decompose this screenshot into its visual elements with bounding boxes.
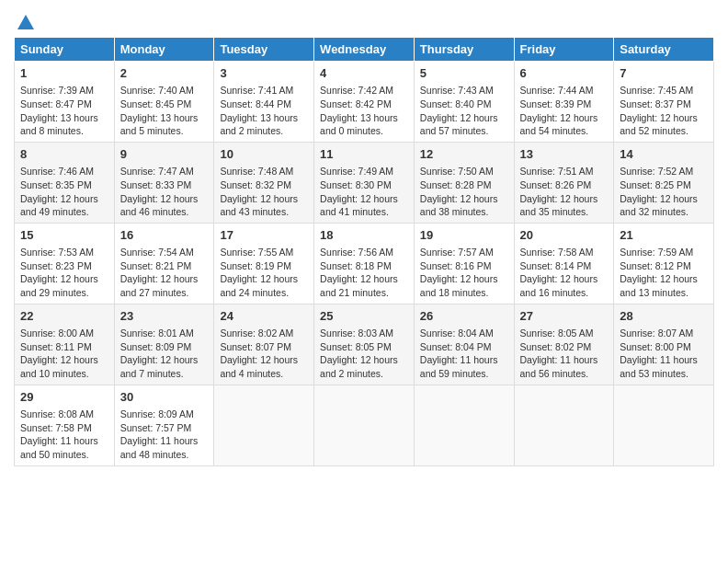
daylight-hours: Daylight: 13 hours and 8 minutes. <box>20 112 98 137</box>
calendar-cell: 29Sunrise: 8:08 AMSunset: 7:58 PMDayligh… <box>15 385 115 465</box>
calendar-cell: 30Sunrise: 8:09 AMSunset: 7:57 PMDayligh… <box>114 385 214 465</box>
sunset-info: Sunset: 8:47 PM <box>20 98 92 109</box>
sunset-info: Sunset: 8:02 PM <box>520 341 592 352</box>
sunset-info: Sunset: 8:37 PM <box>620 98 691 109</box>
day-number: 12 <box>420 146 508 163</box>
sunset-info: Sunset: 8:45 PM <box>120 98 192 109</box>
sunset-info: Sunset: 8:09 PM <box>120 341 192 352</box>
sunrise-info: Sunrise: 8:03 AM <box>320 327 393 339</box>
day-number: 4 <box>320 65 408 82</box>
header-friday: Friday <box>514 38 614 62</box>
sunset-info: Sunset: 8:25 PM <box>620 179 691 190</box>
sunrise-info: Sunrise: 7:55 AM <box>220 247 293 258</box>
sunrise-info: Sunrise: 8:02 AM <box>220 327 293 339</box>
sunrise-info: Sunrise: 7:50 AM <box>420 166 494 177</box>
day-number: 2 <box>120 65 209 82</box>
sunset-info: Sunset: 8:42 PM <box>320 98 392 109</box>
calendar-header-row: SundayMondayTuesdayWednesdayThursdayFrid… <box>15 38 714 62</box>
header-wednesday: Wednesday <box>314 38 415 62</box>
day-number: 18 <box>320 227 408 244</box>
day-number: 27 <box>520 308 609 325</box>
day-number: 9 <box>120 146 209 163</box>
sunset-info: Sunset: 8:39 PM <box>520 98 592 109</box>
sunset-info: Sunset: 8:44 PM <box>220 98 291 109</box>
daylight-hours: Daylight: 12 hours and 24 minutes. <box>220 273 298 298</box>
day-number: 3 <box>220 65 308 82</box>
sunset-info: Sunset: 7:58 PM <box>20 422 92 433</box>
sunset-info: Sunset: 8:07 PM <box>220 341 291 352</box>
calendar-cell: 9Sunrise: 7:47 AMSunset: 8:33 PMDaylight… <box>114 142 214 223</box>
day-number: 5 <box>420 65 508 82</box>
sunset-info: Sunset: 8:23 PM <box>20 260 92 271</box>
calendar-week-row: 15Sunrise: 7:53 AMSunset: 8:23 PMDayligh… <box>15 223 714 304</box>
sunrise-info: Sunrise: 7:47 AM <box>120 166 194 177</box>
calendar-cell: 3Sunrise: 7:41 AMSunset: 8:44 PMDaylight… <box>214 62 314 143</box>
daylight-hours: Daylight: 12 hours and 38 minutes. <box>420 193 498 218</box>
sunset-info: Sunset: 8:12 PM <box>620 260 691 271</box>
calendar-week-row: 22Sunrise: 8:00 AMSunset: 8:11 PMDayligh… <box>15 304 714 385</box>
calendar-cell: 23Sunrise: 8:01 AMSunset: 8:09 PMDayligh… <box>114 304 214 385</box>
calendar-week-row: 29Sunrise: 8:08 AMSunset: 7:58 PMDayligh… <box>15 385 714 465</box>
day-number: 28 <box>620 308 708 325</box>
calendar-cell: 15Sunrise: 7:53 AMSunset: 8:23 PMDayligh… <box>15 223 115 304</box>
sunset-info: Sunset: 7:57 PM <box>120 422 192 433</box>
sunrise-info: Sunrise: 7:57 AM <box>420 247 494 258</box>
calendar-cell: 28Sunrise: 8:07 AMSunset: 8:00 PMDayligh… <box>614 304 714 385</box>
sunrise-info: Sunrise: 7:54 AM <box>120 247 194 258</box>
daylight-hours: Daylight: 13 hours and 5 minutes. <box>120 112 199 137</box>
sunrise-info: Sunrise: 7:59 AM <box>620 247 693 258</box>
day-number: 19 <box>420 227 508 244</box>
daylight-hours: Daylight: 12 hours and 35 minutes. <box>520 193 598 218</box>
daylight-hours: Daylight: 12 hours and 27 minutes. <box>120 273 199 298</box>
daylight-hours: Daylight: 12 hours and 52 minutes. <box>620 112 698 137</box>
calendar-cell: 16Sunrise: 7:54 AMSunset: 8:21 PMDayligh… <box>114 223 214 304</box>
sunrise-info: Sunrise: 8:01 AM <box>120 327 194 339</box>
daylight-hours: Daylight: 12 hours and 57 minutes. <box>420 112 498 137</box>
calendar-cell <box>414 385 514 465</box>
sunrise-info: Sunrise: 7:51 AM <box>520 166 594 177</box>
day-number: 17 <box>220 227 308 244</box>
logo <box>14 13 36 33</box>
day-number: 8 <box>20 146 108 163</box>
calendar-week-row: 1Sunrise: 7:39 AMSunset: 8:47 PMDaylight… <box>15 62 714 143</box>
sunset-info: Sunset: 8:11 PM <box>20 341 92 352</box>
daylight-hours: Daylight: 12 hours and 13 minutes. <box>620 273 698 298</box>
calendar-cell: 19Sunrise: 7:57 AMSunset: 8:16 PMDayligh… <box>414 223 514 304</box>
header-sunday: Sunday <box>15 38 115 62</box>
calendar-cell: 10Sunrise: 7:48 AMSunset: 8:32 PMDayligh… <box>214 142 314 223</box>
daylight-hours: Daylight: 13 hours and 0 minutes. <box>320 112 398 137</box>
sunrise-info: Sunrise: 8:08 AM <box>20 408 94 419</box>
daylight-hours: Daylight: 11 hours and 48 minutes. <box>120 435 199 460</box>
daylight-hours: Daylight: 12 hours and 29 minutes. <box>20 273 98 298</box>
sunset-info: Sunset: 8:14 PM <box>520 260 592 271</box>
daylight-hours: Daylight: 12 hours and 49 minutes. <box>20 193 98 218</box>
sunrise-info: Sunrise: 8:05 AM <box>520 327 594 339</box>
sunset-info: Sunset: 8:32 PM <box>220 179 291 190</box>
header-monday: Monday <box>114 38 214 62</box>
sunrise-info: Sunrise: 7:56 AM <box>320 247 393 258</box>
calendar-cell: 25Sunrise: 8:03 AMSunset: 8:05 PMDayligh… <box>314 304 415 385</box>
day-number: 7 <box>620 65 708 82</box>
sunset-info: Sunset: 8:16 PM <box>420 260 492 271</box>
daylight-hours: Daylight: 12 hours and 2 minutes. <box>320 354 398 379</box>
svg-marker-0 <box>17 15 34 29</box>
calendar-week-row: 8Sunrise: 7:46 AMSunset: 8:35 PMDaylight… <box>15 142 714 223</box>
calendar-cell: 11Sunrise: 7:49 AMSunset: 8:30 PMDayligh… <box>314 142 415 223</box>
calendar-cell: 20Sunrise: 7:58 AMSunset: 8:14 PMDayligh… <box>514 223 614 304</box>
sunrise-info: Sunrise: 8:07 AM <box>620 327 693 339</box>
daylight-hours: Daylight: 11 hours and 59 minutes. <box>420 354 498 379</box>
sunrise-info: Sunrise: 7:40 AM <box>120 85 194 96</box>
day-number: 26 <box>420 308 508 325</box>
header-saturday: Saturday <box>614 38 714 62</box>
calendar-cell: 4Sunrise: 7:42 AMSunset: 8:42 PMDaylight… <box>314 62 415 143</box>
daylight-hours: Daylight: 12 hours and 21 minutes. <box>320 273 398 298</box>
calendar-cell: 13Sunrise: 7:51 AMSunset: 8:26 PMDayligh… <box>514 142 614 223</box>
sunrise-info: Sunrise: 8:09 AM <box>120 408 194 419</box>
daylight-hours: Daylight: 12 hours and 16 minutes. <box>520 273 598 298</box>
daylight-hours: Daylight: 12 hours and 10 minutes. <box>20 354 98 379</box>
sunrise-info: Sunrise: 7:45 AM <box>620 85 693 96</box>
day-number: 6 <box>520 65 609 82</box>
daylight-hours: Daylight: 12 hours and 46 minutes. <box>120 193 199 218</box>
sunrise-info: Sunrise: 7:42 AM <box>320 85 393 96</box>
calendar-cell: 21Sunrise: 7:59 AMSunset: 8:12 PMDayligh… <box>614 223 714 304</box>
